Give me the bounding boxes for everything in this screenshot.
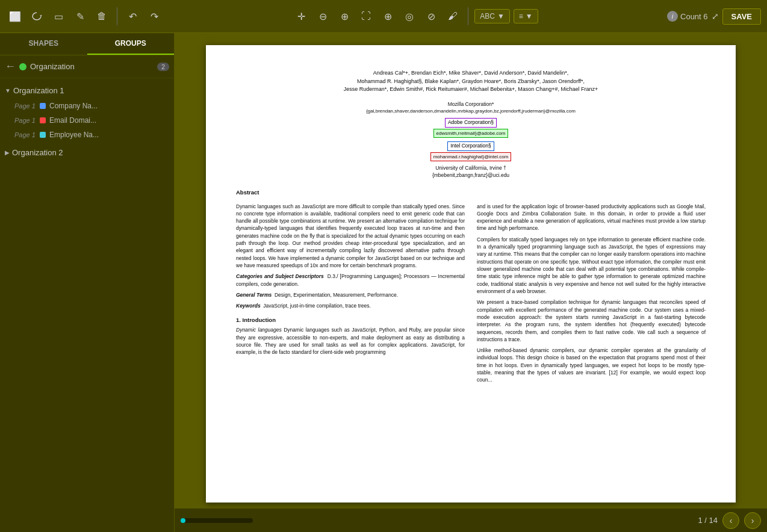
- add-circle-icon[interactable]: ⊕: [379, 7, 397, 25]
- org1-label: Organization 1: [13, 86, 158, 95]
- menu-dropdown[interactable]: ≡ ▼: [514, 9, 538, 23]
- abc-label: ABC: [480, 12, 495, 20]
- zoom-in-icon[interactable]: ⊕: [335, 7, 353, 25]
- delete-tool-icon[interactable]: 🗑: [93, 7, 111, 25]
- affil-adobe-email: edwsmith,rreitmail}@adobe.com: [433, 129, 509, 138]
- general-terms-text: General Terms Design, Experimentation, M…: [236, 291, 465, 298]
- page-label-email: Page 1: [14, 117, 36, 124]
- authors-line3: Jesse Ruderman*, Edwin Smith#, Rick Reit…: [236, 85, 706, 94]
- org-label: Organization: [30, 62, 154, 71]
- affil-intel-label: Intel Corporation§: [450, 143, 491, 149]
- org1-items: Page 1 Company Na... Page 1 Email Domai.…: [0, 99, 174, 142]
- list-item-employee-name[interactable]: Page 1 Employee Na...: [10, 128, 174, 142]
- redo-icon[interactable]: ↷: [145, 7, 163, 25]
- company-name-label: Company Na...: [49, 102, 169, 110]
- main-content: SHAPES GROUPS ← Organization 2 ▼ Organiz…: [0, 33, 767, 532]
- tree-group-org2: ▶ Organization 2: [0, 143, 174, 162]
- document-page: Andreas Cal*+, Brendan Eich*, Mike Shave…: [206, 45, 736, 503]
- org-dot-icon: [19, 63, 26, 70]
- expand-icon[interactable]: ⤢: [712, 11, 719, 21]
- affil-uci: University of California, Irvine † {mbeb…: [236, 165, 706, 179]
- document-scroll[interactable]: Andreas Cal*+, Brendan Eich*, Mike Shave…: [175, 33, 767, 508]
- authors-line1: Andreas Cal*+, Brendan Eich*, Mike Shave…: [236, 69, 706, 78]
- page-label: 1 / 14: [698, 516, 718, 525]
- brush-icon[interactable]: 🖌: [444, 7, 462, 25]
- count-label: Count 6: [680, 12, 708, 21]
- target-icon[interactable]: ◎: [400, 7, 418, 25]
- save-button[interactable]: SAVE: [722, 8, 761, 25]
- right-column: and is used for the application logic of…: [477, 203, 706, 388]
- affil-uci-email: {mbebenit,zbangn,franz}@uci.edu: [432, 172, 509, 178]
- tab-shapes[interactable]: SHAPES: [0, 33, 87, 55]
- section1-text: Dynamic languages Dynamic languages such…: [236, 326, 465, 356]
- right-col-para1: and is used for the application logic of…: [477, 203, 706, 232]
- doc-columns: Dynamic languages such as JavaScript are…: [236, 203, 706, 388]
- sidebar-tree: ▼ Organization 1 🗑 Page 1 Company Na... …: [0, 78, 174, 532]
- categories-title: Categories and Subject Descriptors: [236, 273, 324, 279]
- affil-intel-box: Intel Corporation§: [447, 141, 494, 151]
- affil-mozilla: Mozilla Corporation* {gal,brendan,shaver…: [236, 101, 706, 116]
- prev-page-button[interactable]: ‹: [722, 512, 739, 529]
- zoom-out-icon[interactable]: ⊖: [314, 7, 332, 25]
- fit-page-icon[interactable]: ⛶: [357, 7, 375, 25]
- separator-2: [468, 7, 468, 25]
- crop-tool-icon[interactable]: ▭: [49, 7, 67, 25]
- section1-title: 1. Introduction: [236, 316, 465, 324]
- color-dot-cyan-icon: [40, 132, 46, 138]
- org2-label: Organization 2: [12, 148, 169, 157]
- tree-group-org2-header[interactable]: ▶ Organization 2: [0, 144, 174, 161]
- affil-adobe-section: Adobe Corporation§ edwsmith,rreitmail}@a…: [236, 117, 706, 138]
- right-col-para3: We present a trace-based compilation tec…: [477, 298, 706, 343]
- chevron-down-icon2: ▼: [526, 12, 533, 20]
- list-item-company-name[interactable]: Page 1 Company Na...: [10, 99, 174, 113]
- document-area: Andreas Cal*+, Brendan Eich*, Mike Shave…: [175, 33, 767, 532]
- main-toolbar: ⬜ ▭ ✎ 🗑 ↶ ↷ ✛ ⊖ ⊕ ⛶ ⊕ ◎ ⊘ 🖌 ABC ▼ ≡ ▼ i …: [0, 0, 767, 33]
- lasso-tool-icon[interactable]: [28, 7, 46, 25]
- tree-group-org1-header[interactable]: ▼ Organization 1 🗑: [0, 82, 174, 99]
- chevron-collapsed-icon: ▶: [5, 149, 10, 156]
- keywords-title: Keywords: [236, 303, 261, 309]
- left-column: Dynamic languages such as JavaScript are…: [236, 203, 465, 388]
- edit-tool-icon[interactable]: ✎: [71, 7, 89, 25]
- right-col-para2: Compilers for statically typed languages…: [477, 236, 706, 295]
- bottom-bar: 1 / 14 ‹ ›: [175, 508, 767, 532]
- right-col-para4: Unlike method-based dynamic compilers, o…: [477, 347, 706, 384]
- selection-tool-icon[interactable]: ⬜: [6, 7, 24, 25]
- chevron-expanded-icon: ▼: [5, 87, 11, 94]
- page-info: 1 / 14 ‹ ›: [698, 512, 761, 529]
- org-count: 2: [157, 63, 169, 71]
- page-label-company: Page 1: [14, 102, 36, 110]
- email-domain-label: Email Domai...: [49, 116, 169, 125]
- menu-icon: ≡: [519, 12, 523, 20]
- sidebar: SHAPES GROUPS ← Organization 2 ▼ Organiz…: [0, 33, 175, 532]
- affil-intel-email: mohanmad.r.haghighat}@intel.com: [430, 152, 512, 161]
- svg-marker-0: [40, 15, 42, 16]
- back-button[interactable]: ←: [5, 60, 16, 73]
- keywords-text: Keywords JavaScript, just-in-time compil…: [236, 302, 465, 309]
- toolbar-right: i Count 6 ⤢ SAVE: [667, 8, 761, 25]
- page-label-employee: Page 1: [14, 131, 36, 138]
- tab-groups[interactable]: GROUPS: [87, 33, 175, 55]
- list-item-email-domain[interactable]: Page 1 Email Domai...: [10, 113, 174, 128]
- next-page-button[interactable]: ›: [744, 512, 761, 529]
- affil-mozilla-email: {gal,brendan,shaver,danderson,dmandelin,…: [366, 108, 576, 114]
- dynamic-languages-italic: Dynamic languages: [236, 327, 282, 333]
- abc-dropdown[interactable]: ABC ▼: [474, 9, 510, 23]
- chevron-down-icon: ▼: [497, 12, 505, 20]
- employee-name-label: Employee Na...: [49, 131, 169, 139]
- info-icon[interactable]: i: [667, 11, 678, 22]
- abstract-title: Abstract: [236, 188, 706, 196]
- progress-bar-fill: [181, 518, 185, 523]
- sidebar-top-row: ← Organization 2: [0, 55, 174, 78]
- tree-group-org1: ▼ Organization 1 🗑 Page 1 Company Na... …: [0, 81, 174, 143]
- separator-1: [117, 7, 117, 25]
- move-icon[interactable]: ✛: [292, 7, 310, 25]
- affil-uci-label: University of California, Irvine †: [435, 165, 506, 171]
- affil-adobe-label: Adobe Corporation§: [448, 119, 494, 125]
- general-terms-title: General Terms: [236, 292, 272, 298]
- count-badge: i Count 6: [667, 11, 708, 22]
- undo-icon[interactable]: ↶: [123, 7, 141, 25]
- categories-text: Categories and Subject Descriptors D.3./…: [236, 273, 465, 288]
- clear-icon[interactable]: ⊘: [422, 7, 440, 25]
- sidebar-tabs: SHAPES GROUPS: [0, 33, 174, 55]
